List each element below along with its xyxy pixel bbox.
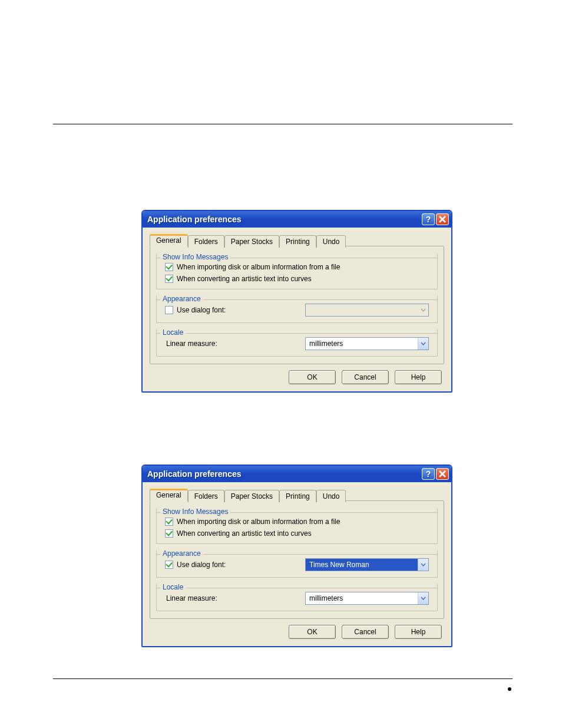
checkbox-label: When importing disk or album information… xyxy=(177,518,340,526)
ok-button[interactable]: OK xyxy=(289,625,336,639)
linear-measure-label: Linear measure: xyxy=(166,340,217,348)
tab-label: Folders xyxy=(194,492,218,500)
group-locale: Locale Linear measure: millimeters xyxy=(156,329,438,357)
close-icon[interactable] xyxy=(436,468,449,480)
tab-printing[interactable]: Printing xyxy=(279,235,316,248)
checkbox-label: When converting an artistic text into cu… xyxy=(177,275,312,283)
checkbox-import-info[interactable] xyxy=(165,518,173,526)
group-legend: Appearance xyxy=(160,549,203,558)
button-label: Cancel xyxy=(354,628,376,636)
tab-label: Printing xyxy=(286,238,310,246)
dialog-button-row: OK Cancel Help xyxy=(150,364,444,384)
chevron-down-icon xyxy=(418,304,428,316)
divider-top xyxy=(53,124,513,124)
combobox-value: millimeters xyxy=(306,592,418,604)
chevron-down-icon[interactable] xyxy=(418,559,428,571)
group-show-info-messages: Show Info Messages When importing disk o… xyxy=(156,508,438,544)
tab-label: Paper Stocks xyxy=(231,238,273,246)
combobox-value: Times New Roman xyxy=(306,559,418,571)
tab-printing[interactable]: Printing xyxy=(279,490,316,502)
dialog-title: Application preferences xyxy=(147,215,421,224)
group-legend: Show Info Messages xyxy=(160,508,230,516)
group-legend: Show Info Messages xyxy=(160,253,230,261)
tab-bar: General Folders Paper Stocks Printing Un… xyxy=(150,489,444,501)
tab-general[interactable]: General xyxy=(150,234,188,247)
linear-measure-combobox[interactable]: millimeters xyxy=(305,592,429,605)
tab-label: Undo xyxy=(323,238,340,246)
checkbox-label: When converting an artistic text into cu… xyxy=(177,529,312,538)
tab-bar: General Folders Paper Stocks Printing Un… xyxy=(150,234,444,246)
checkbox-label: Use dialog font: xyxy=(177,306,226,314)
button-label: Cancel xyxy=(354,373,376,381)
tab-undo[interactable]: Undo xyxy=(316,490,346,502)
tab-label: Printing xyxy=(286,492,310,500)
tab-label: General xyxy=(156,236,181,245)
tab-panel-general: Show Info Messages When importing disk o… xyxy=(150,500,444,619)
ok-button[interactable]: OK xyxy=(289,370,336,384)
checkbox-convert-curves[interactable] xyxy=(165,275,173,283)
tab-paper-stocks[interactable]: Paper Stocks xyxy=(224,490,279,502)
checkbox-label: Use dialog font: xyxy=(177,561,226,569)
divider-bottom xyxy=(53,678,513,679)
checkbox-import-info[interactable] xyxy=(165,263,173,271)
combobox-value: millimeters xyxy=(306,338,418,350)
font-combobox[interactable]: Times New Roman xyxy=(305,558,429,571)
cancel-button[interactable]: Cancel xyxy=(342,625,389,639)
dialog-title: Application preferences xyxy=(147,469,421,479)
linear-measure-label: Linear measure: xyxy=(166,594,217,602)
dialog-application-preferences: Application preferences ? General Folder… xyxy=(141,210,452,393)
checkbox-use-dialog-font[interactable] xyxy=(165,561,173,569)
help-icon[interactable]: ? xyxy=(422,213,435,225)
group-legend: Appearance xyxy=(160,295,203,303)
button-label: Help xyxy=(411,373,426,381)
tab-panel-general: Show Info Messages When importing disk o… xyxy=(150,246,444,364)
button-label: Help xyxy=(411,628,426,636)
button-label: OK xyxy=(307,373,317,381)
cancel-button[interactable]: Cancel xyxy=(342,370,389,384)
tab-label: Undo xyxy=(323,492,340,500)
tab-folders[interactable]: Folders xyxy=(188,235,224,248)
titlebar[interactable]: Application preferences ? xyxy=(143,466,451,482)
tab-label: Paper Stocks xyxy=(231,492,273,500)
group-legend: Locale xyxy=(160,583,186,591)
tab-general[interactable]: General xyxy=(150,489,188,502)
checkbox-label: When importing disk or album information… xyxy=(177,263,340,271)
chevron-down-icon[interactable] xyxy=(418,338,428,350)
close-icon[interactable] xyxy=(436,213,449,225)
bullet-dot xyxy=(508,687,511,691)
group-locale: Locale Linear measure: millimeters xyxy=(156,584,438,611)
tab-folders[interactable]: Folders xyxy=(188,490,224,502)
help-button[interactable]: Help xyxy=(395,625,442,639)
checkbox-convert-curves[interactable] xyxy=(165,529,173,538)
help-icon[interactable]: ? xyxy=(422,468,435,480)
button-label: OK xyxy=(307,628,317,636)
font-combobox xyxy=(305,304,429,317)
tab-label: General xyxy=(156,491,181,499)
group-appearance: Appearance Use dialog font: Times New Ro… xyxy=(156,550,438,578)
linear-measure-combobox[interactable]: millimeters xyxy=(305,337,429,350)
tab-undo[interactable]: Undo xyxy=(316,235,346,248)
help-button[interactable]: Help xyxy=(395,370,442,384)
combobox-value xyxy=(306,304,418,316)
tab-paper-stocks[interactable]: Paper Stocks xyxy=(224,235,279,248)
dialog-application-preferences: Application preferences ? General Folder… xyxy=(141,465,452,647)
titlebar[interactable]: Application preferences ? xyxy=(143,211,451,228)
group-show-info-messages: Show Info Messages When importing disk o… xyxy=(156,253,438,289)
group-appearance: Appearance Use dialog font: xyxy=(156,295,438,323)
checkbox-use-dialog-font[interactable] xyxy=(165,306,173,314)
chevron-down-icon[interactable] xyxy=(418,592,428,604)
group-legend: Locale xyxy=(160,328,186,337)
tab-label: Folders xyxy=(194,238,218,246)
dialog-button-row: OK Cancel Help xyxy=(150,619,444,639)
